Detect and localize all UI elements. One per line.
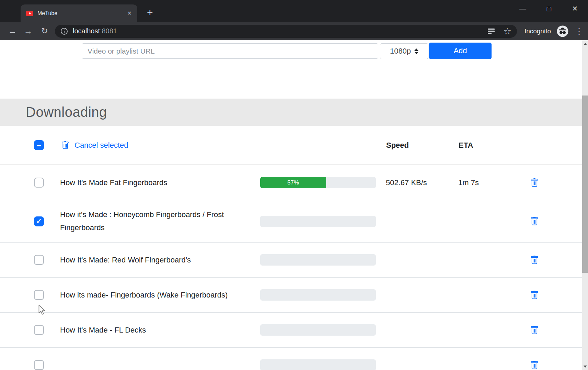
incognito-avatar-icon[interactable] <box>556 25 569 37</box>
progress-bar <box>260 359 376 370</box>
download-row: How it's Made : Honeycomb Fingerboards /… <box>0 200 582 243</box>
progress-bar <box>260 289 376 301</box>
delete-icon[interactable] <box>530 291 539 300</box>
minimize-icon[interactable]: — <box>510 5 536 13</box>
add-button[interactable]: Add <box>429 43 492 59</box>
progress-bar <box>260 216 376 227</box>
progress-bar: 57% <box>260 177 376 188</box>
speed-column-header: Speed <box>386 141 459 150</box>
progress-label: 57% <box>287 179 299 186</box>
incognito-label: Incognito <box>524 27 551 35</box>
reload-icon[interactable]: ↻ <box>39 26 50 36</box>
download-row: How It's Made: Red Wolf Fingerboard's <box>0 243 582 278</box>
delete-icon[interactable] <box>530 256 539 265</box>
url-text[interactable]: localhost:8081 <box>73 27 117 35</box>
metube-page: 1080p Add Downloading Cancel selected Sp… <box>0 40 582 370</box>
download-title: How It's Made Fat Fingerboards <box>60 176 237 189</box>
section-title: Downloading <box>26 104 107 120</box>
row-checkbox[interactable] <box>34 178 44 188</box>
video-url-input[interactable] <box>82 43 378 59</box>
delete-icon[interactable] <box>530 178 539 187</box>
browser-tab[interactable]: MeTube ✕ <box>21 4 137 22</box>
back-icon[interactable]: ← <box>7 26 18 36</box>
metube-favicon-icon <box>26 11 33 16</box>
tab-title: MeTube <box>37 10 57 16</box>
download-title: How its made- Fingerboards (Wake Fingerb… <box>60 289 237 302</box>
section-band: Downloading <box>0 99 582 126</box>
browser-toolbar: ← → ↻ localhost:8081 ☆ Incognito ⋮ <box>0 22 588 40</box>
download-list-header: Cancel selected Speed ETA <box>0 126 582 165</box>
new-tab-icon[interactable]: + <box>147 8 153 18</box>
row-checkbox[interactable] <box>34 255 44 265</box>
download-title: How It's Made: Red Wolf Fingerboard's <box>60 254 237 267</box>
download-row <box>0 348 582 370</box>
eta-column-header: ETA <box>459 141 539 150</box>
progress-bar <box>260 254 376 266</box>
forward-icon[interactable]: → <box>23 26 34 36</box>
progress-fill: 57% <box>260 177 326 188</box>
url-host: localhost <box>73 27 100 35</box>
cancel-selected-link[interactable]: Cancel selected <box>74 141 386 150</box>
download-title: How It's Made - FL Decks <box>60 324 237 337</box>
delete-icon[interactable] <box>530 217 539 226</box>
trash-icon[interactable] <box>61 141 69 149</box>
download-eta: 1m 7s <box>458 178 530 187</box>
download-row: How its made- Fingerboards (Wake Fingerb… <box>0 278 582 313</box>
select-arrows-icon <box>414 48 418 54</box>
window-controls: — ▢ ✕ <box>510 0 588 17</box>
address-bar[interactable]: localhost:8081 ☆ <box>55 25 517 38</box>
add-url-section: 1080p Add <box>0 40 582 99</box>
download-title: How it's Made : Honeycomb Fingerboards /… <box>60 208 237 234</box>
download-row: How It's Made - FL Decks <box>0 313 582 348</box>
download-row: How It's Made Fat Fingerboards 57% 502.6… <box>0 165 582 200</box>
select-all-checkbox[interactable] <box>34 140 44 150</box>
scroll-up-icon[interactable] <box>582 41 588 47</box>
browser-menu-icon[interactable]: ⋮ <box>575 26 582 36</box>
quality-value: 1080p <box>390 47 411 56</box>
bookmark-star-icon[interactable]: ☆ <box>504 27 511 36</box>
info-icon[interactable] <box>60 27 68 35</box>
url-port: :8081 <box>100 27 117 35</box>
row-checkbox[interactable] <box>34 216 44 226</box>
tab-close-icon[interactable]: ✕ <box>127 10 132 16</box>
row-checkbox[interactable] <box>34 290 44 300</box>
mouse-cursor <box>38 305 47 315</box>
scroll-down-icon[interactable] <box>582 363 588 369</box>
scrollbar[interactable] <box>582 40 588 370</box>
progress-bar <box>260 324 376 336</box>
row-checkbox[interactable] <box>34 325 44 335</box>
reading-list-icon[interactable] <box>487 27 495 35</box>
download-speed: 502.67 KB/s <box>386 178 458 187</box>
delete-icon[interactable] <box>530 361 539 370</box>
download-list: How It's Made Fat Fingerboards 57% 502.6… <box>0 165 582 370</box>
maximize-icon[interactable]: ▢ <box>536 5 562 12</box>
quality-select[interactable]: 1080p <box>380 43 428 59</box>
close-icon[interactable]: ✕ <box>562 4 588 13</box>
scrollbar-thumb[interactable] <box>582 96 588 273</box>
browser-titlebar: MeTube ✕ + — ▢ ✕ <box>0 0 588 22</box>
delete-icon[interactable] <box>530 326 539 335</box>
row-checkbox[interactable] <box>34 360 44 370</box>
